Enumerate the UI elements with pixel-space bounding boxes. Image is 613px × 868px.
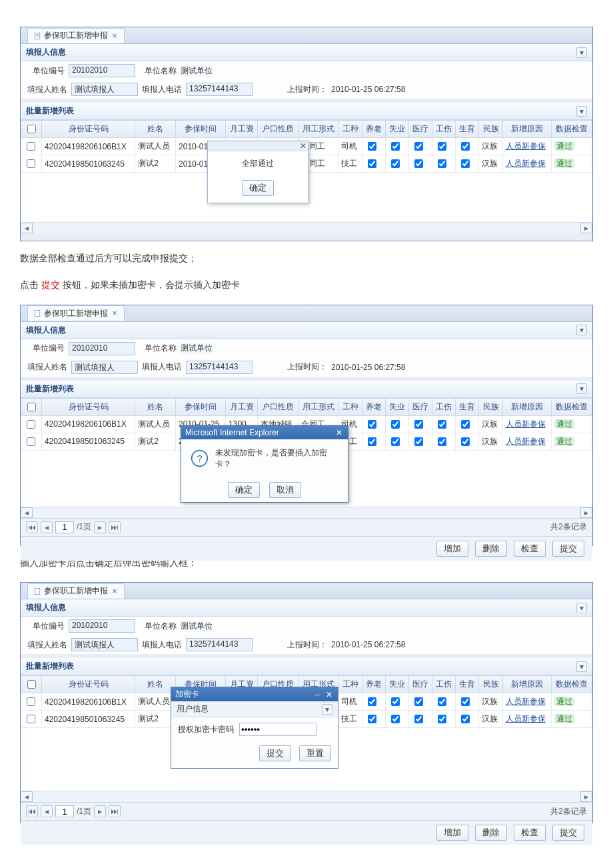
scroll-left-icon[interactable]: ◂ — [21, 791, 33, 802]
chevron-down-icon[interactable]: ▾ — [576, 383, 587, 394]
report-time-label: 上报时间： — [287, 84, 327, 95]
chk[interactable] — [438, 142, 446, 151]
question-icon: ? — [191, 449, 209, 468]
chevron-down-icon[interactable]: ▾ — [576, 106, 587, 117]
reporter-name-input[interactable]: 测试填报人 — [71, 361, 138, 374]
submit-button[interactable]: 提交 — [552, 825, 584, 841]
pwd-subtitle: 用户信息 — [177, 703, 209, 715]
dialog-title: Microsoft Internet Explorer — [185, 428, 279, 437]
pwd-label: 授权加密卡密码 — [178, 724, 234, 735]
chk[interactable] — [391, 159, 400, 168]
submit-button[interactable]: 提交 — [552, 541, 584, 557]
chk[interactable] — [414, 159, 423, 168]
chevron-down-icon[interactable]: ▾ — [576, 325, 587, 335]
add-button[interactable]: 增加 — [436, 825, 468, 841]
reporter-phone-label: 填报人电话 — [142, 84, 182, 95]
reporter-name-input[interactable]: 测试填报人 — [71, 83, 138, 96]
cancel-button[interactable]: 取消 — [269, 482, 301, 498]
close-icon[interactable]: × — [111, 32, 119, 40]
pager: ⏮ ◂ /1页 ▸ ⏭ 共2条记录 — [21, 518, 592, 536]
password-dialog: 加密卡 – ✕ 用户信息 ▾ 授权加密卡密码 提交 重置 — [171, 687, 338, 769]
submit-button[interactable]: 提交 — [259, 745, 291, 761]
page-input[interactable] — [55, 805, 74, 817]
chk[interactable] — [368, 159, 376, 168]
tab-active[interactable]: 参保职工新增申报 × — [27, 583, 125, 599]
unit-name-label: 单位名称 — [139, 65, 177, 77]
reset-button[interactable]: 重置 — [299, 745, 331, 761]
chk[interactable] — [368, 142, 376, 151]
chk[interactable] — [461, 159, 470, 168]
close-icon[interactable]: × — [111, 309, 119, 317]
scroll-right-icon[interactable]: ▸ — [580, 223, 592, 233]
check-button[interactable]: 检查 — [514, 541, 546, 557]
screenshot-1: 参保职工新增申报 × 填报人信息 ▾ 单位编号 20102010 单位名称 测试… — [20, 27, 593, 241]
col-hukou: 户口性质 — [258, 121, 299, 138]
close-icon[interactable]: ✕ — [324, 691, 334, 699]
del-button[interactable]: 删除 — [475, 825, 507, 841]
reporter-name-label: 填报人姓名 — [27, 84, 67, 95]
scroll-right-icon[interactable]: ▸ — [580, 507, 592, 518]
chevron-down-icon[interactable]: ▾ — [322, 704, 332, 715]
hscroll[interactable]: ◂ ▸ — [21, 222, 592, 233]
minimize-icon[interactable]: – — [312, 691, 322, 699]
tab-strip: 参保职工新增申报 × — [21, 27, 592, 44]
col-c5: 生育 — [456, 121, 479, 138]
unit-no-input[interactable]: 20102010 — [69, 64, 135, 77]
svg-text:?: ? — [197, 453, 202, 464]
password-input[interactable] — [239, 723, 316, 736]
scroll-left-icon[interactable]: ◂ — [21, 507, 33, 518]
chevron-down-icon[interactable]: ▾ — [576, 661, 587, 672]
row-select[interactable] — [27, 159, 35, 168]
prev-page-icon[interactable]: ◂ — [41, 805, 53, 817]
chk[interactable] — [461, 142, 470, 151]
del-button[interactable]: 删除 — [475, 541, 507, 557]
first-page-icon[interactable]: ⏮ — [26, 805, 38, 817]
chk[interactable] — [438, 159, 446, 168]
dialog-text: 全部通过 — [242, 159, 274, 168]
check-button[interactable]: 检查 — [514, 825, 546, 841]
chk[interactable] — [391, 142, 400, 151]
tab-active[interactable]: 参保职工新增申报 × — [27, 28, 125, 43]
close-icon[interactable]: ✕ — [334, 428, 344, 437]
panel-title: 填报人信息 — [26, 47, 66, 58]
row-select[interactable] — [27, 142, 35, 151]
ok-button[interactable]: 确定 — [242, 180, 274, 196]
reporter-phone-input[interactable]: 13257144143 — [186, 83, 253, 96]
unit-no-input[interactable]: 20102010 — [69, 342, 135, 355]
chevron-down-icon[interactable]: ▾ — [576, 47, 587, 58]
select-all[interactable] — [27, 125, 36, 133]
scroll-right-icon[interactable]: ▸ — [580, 791, 592, 802]
close-icon[interactable]: × — [111, 587, 119, 595]
last-page-icon[interactable]: ⏭ — [109, 521, 121, 533]
select-all[interactable] — [27, 403, 36, 411]
page-input[interactable] — [55, 521, 74, 533]
next-page-icon[interactable]: ▸ — [94, 805, 106, 817]
first-page-icon[interactable]: ⏮ — [26, 521, 38, 533]
caption-1: 数据全部检查通过后方可以完成申报提交； — [20, 251, 593, 265]
col-id: 身份证号码 — [41, 121, 135, 138]
reporter-panel: 填报人信息 ▾ 单位编号 20102010 单位名称 测试单位 填报人姓名 测试… — [21, 44, 592, 99]
tab-active[interactable]: 参保职工新增申报 × — [27, 305, 125, 321]
next-page-icon[interactable]: ▸ — [94, 521, 106, 533]
col-c3: 医疗 — [408, 121, 432, 138]
close-icon[interactable]: ✕ — [299, 141, 308, 151]
col-form: 用工形式 — [298, 121, 338, 138]
chevron-down-icon[interactable]: ▾ — [576, 603, 587, 613]
last-page-icon[interactable]: ⏭ — [109, 805, 121, 817]
dialog-text: 未发现加密卡，是否要插入加密卡？ — [215, 447, 338, 470]
ok-button[interactable]: 确定 — [228, 482, 260, 498]
reporter-phone-input[interactable]: 13257144143 — [186, 361, 253, 374]
chk[interactable] — [414, 142, 423, 151]
tab-label: 参保职工新增申报 — [44, 30, 108, 41]
panel-title: 填报人信息 — [26, 325, 66, 336]
doc-icon — [33, 32, 41, 40]
col-ethnic: 民族 — [479, 121, 502, 138]
col-check: 数据检查 — [552, 121, 592, 138]
add-button[interactable]: 增加 — [436, 541, 468, 557]
ie-dialog: Microsoft Internet Explorer ✕ ? 未发现加密卡，是… — [181, 425, 348, 503]
tab-label: 参保职工新增申报 — [44, 308, 108, 319]
prev-page-icon[interactable]: ◂ — [41, 521, 53, 533]
tab-strip: 参保职工新增申报 × — [21, 305, 592, 322]
col-reason: 新增原因 — [502, 121, 552, 138]
scroll-left-icon[interactable]: ◂ — [21, 223, 33, 233]
